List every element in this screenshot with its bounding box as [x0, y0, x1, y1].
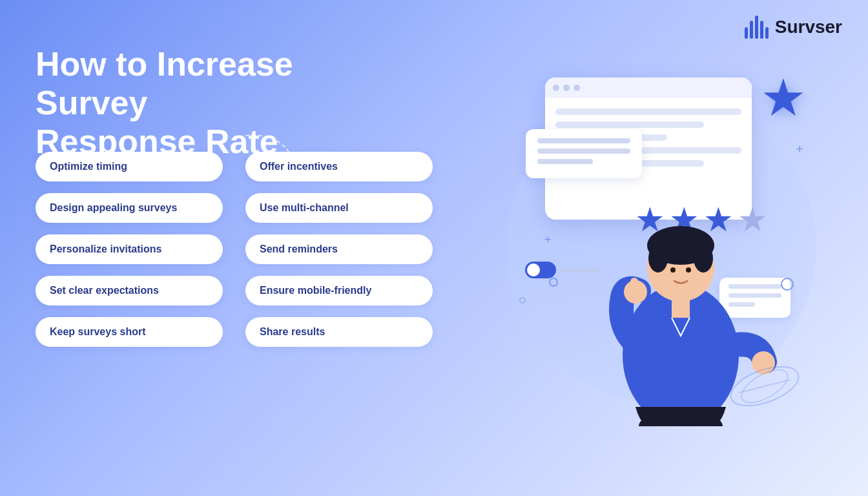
svg-point-7 [670, 267, 676, 273]
browser-line [555, 108, 741, 115]
pills-container: Optimize timingOffer incentivesDesign ap… [36, 152, 433, 347]
deco-plus-2: + [796, 142, 803, 157]
pill-keep-surveys-short: Keep surveys short [36, 317, 223, 347]
deco-circle-1 [781, 278, 794, 291]
browser-dot-3 [574, 85, 580, 91]
browser-bar [545, 78, 752, 98]
pill-ensure-mobile-friendly: Ensure mobile-friendly [245, 276, 433, 305]
deco-plus-1: + [544, 232, 552, 247]
deco-circle-3 [519, 297, 526, 304]
deco-circle-2 [549, 278, 558, 287]
pill-personalize-invitations: Personalize invitations [36, 234, 223, 264]
browser-line [555, 121, 704, 128]
logo-text: Survser [775, 17, 842, 37]
pill-design-appealing: Design appealing surveys [36, 193, 223, 223]
pill-share-results: Share results [245, 317, 433, 347]
svg-point-5 [648, 244, 668, 273]
star-large-icon: ★ [760, 68, 807, 128]
logo-icon [745, 16, 769, 39]
pill-optimize-timing: Optimize timing [36, 152, 223, 181]
browser-dot-1 [553, 85, 559, 91]
pill-use-multichannel: Use multi-channel [245, 193, 433, 223]
toggle-track [525, 262, 556, 278]
svg-point-8 [686, 267, 691, 273]
title-line1: How to Increase Survey [36, 45, 358, 123]
pill-set-clear-expectations: Set clear expectations [36, 276, 223, 305]
header: Survser [745, 16, 842, 39]
svg-rect-9 [672, 298, 690, 318]
pill-send-reminders: Send reminders [245, 234, 433, 264]
leaf-decoration [726, 360, 803, 412]
chat-line [537, 138, 630, 143]
svg-point-6 [694, 244, 713, 273]
svg-rect-11 [630, 278, 638, 294]
toggle-thumb [527, 264, 540, 276]
browser-dot-2 [563, 85, 570, 91]
pill-offer-incentives: Offer incentives [245, 152, 433, 181]
